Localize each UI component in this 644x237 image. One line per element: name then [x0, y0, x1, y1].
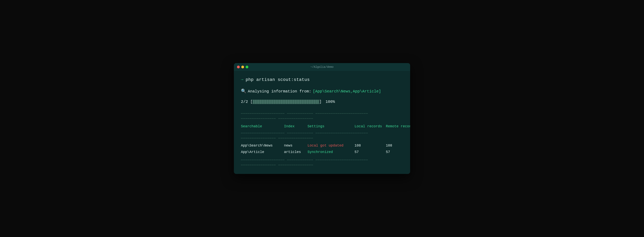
progress-pct: 100%	[326, 99, 335, 105]
analysing-value: [App\Search\News,App\Article]	[313, 88, 381, 94]
td-index-2: articles	[284, 149, 308, 155]
traffic-lights	[237, 66, 248, 68]
th-local: Local records	[354, 124, 386, 129]
table-row: App\Article articles Synchronized 57 57	[241, 149, 403, 155]
th-searchable: Searchable	[241, 124, 284, 129]
table-section: ──────────────────── ──────────── ──────…	[241, 111, 403, 168]
magnifier-icon: 🔍	[241, 88, 246, 95]
progress-line: 2/2 [ ] 100%	[241, 99, 403, 105]
progress-bar	[253, 100, 319, 104]
td-remote-1: 108	[386, 143, 410, 148]
terminal-window: ~/Algolia/demo → php artisan scout:statu…	[234, 63, 410, 174]
th-remote: Remote records	[386, 124, 410, 129]
command-line: → php artisan scout:status	[241, 76, 403, 83]
top-divider: ──────────────────── ──────────── ──────…	[241, 111, 403, 121]
table-row: App\Search\News news Local got updated 1…	[241, 143, 403, 148]
td-index-1: news	[284, 143, 308, 148]
analysing-line: 🔍 Analysing information from: [App\Searc…	[241, 88, 403, 95]
prompt-arrow: →	[241, 76, 243, 83]
progress-count: 2/2	[241, 99, 248, 105]
analysing-label: Analysing information from:	[248, 88, 311, 94]
bottom-divider: ──────────────────── ──────────── ──────…	[241, 158, 403, 168]
td-settings-1: Local got updated	[308, 143, 354, 148]
td-local-1: 108	[354, 143, 386, 148]
titlebar: ~/Algolia/demo	[234, 63, 410, 71]
table-header-row: Searchable Index Settings Local records …	[241, 121, 403, 131]
header-divider: ──────────────────── ──────────── ──────…	[241, 131, 403, 141]
window-title: ~/Algolia/demo	[310, 66, 334, 68]
command-text: php artisan scout:status	[246, 76, 310, 83]
bracket-close: ]	[319, 99, 322, 105]
maximize-button[interactable]	[246, 66, 248, 68]
th-settings: Settings	[308, 124, 354, 129]
td-settings-2: Synchronized	[308, 149, 354, 155]
td-searchable-2: App\Article	[241, 149, 284, 155]
td-searchable-1: App\Search\News	[241, 143, 284, 148]
bracket-open: [	[250, 99, 253, 105]
terminal-body: → php artisan scout:status 🔍 Analysing i…	[234, 71, 410, 174]
progress-bar-wrap: [ ]	[250, 99, 322, 105]
minimize-button[interactable]	[241, 66, 244, 68]
close-button[interactable]	[237, 66, 240, 68]
th-index: Index	[284, 124, 308, 129]
table-data-rows: App\Search\News news Local got updated 1…	[241, 141, 403, 158]
td-remote-2: 57	[386, 149, 410, 155]
td-local-2: 57	[354, 149, 386, 155]
